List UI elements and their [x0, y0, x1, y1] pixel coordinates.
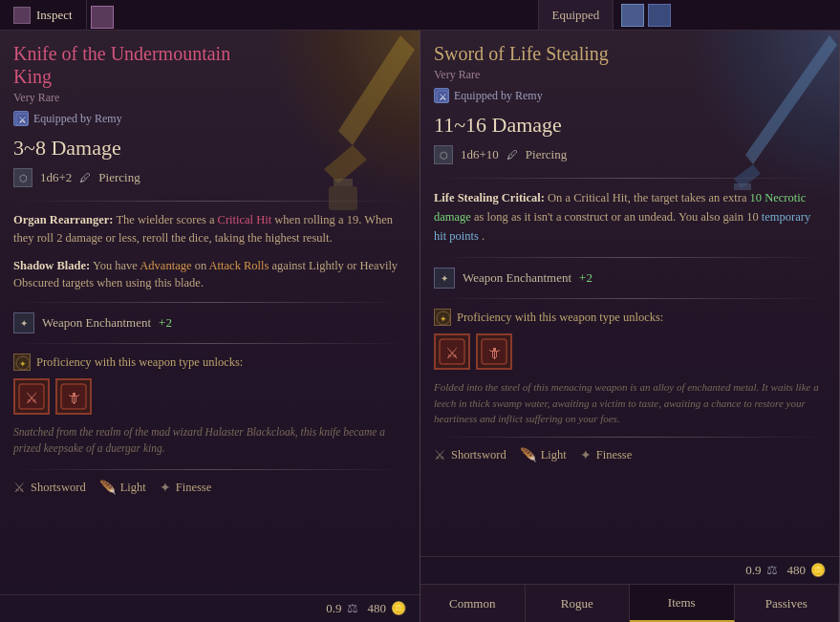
right-item-rarity: Very Rare	[434, 68, 826, 82]
equipped-tab[interactable]: Equipped	[538, 0, 614, 30]
svg-text:⚔: ⚔	[18, 115, 27, 125]
gold-icon-right: 🪙	[810, 563, 826, 578]
left-divider-1	[13, 201, 406, 202]
bottom-nav: Common Rogue Items Passives	[420, 584, 839, 622]
left-enchant-line: ✦ Weapon Enchantment +2	[13, 312, 406, 333]
right-weight: 0.9 ⚖	[745, 563, 777, 578]
left-tag-shortsword: ⚔ Shortsword	[13, 480, 86, 496]
svg-text:⚔: ⚔	[25, 390, 38, 406]
right-item-name: Sword of Life Stealing	[434, 42, 701, 65]
right-gold-value: 480	[787, 563, 807, 578]
nav-passives-btn[interactable]: Passives	[735, 585, 840, 622]
left-weight-value: 0.9	[326, 601, 341, 616]
right-tag-light: 🪶 Light	[520, 447, 567, 463]
right-damage: 11~16 Damage	[434, 113, 826, 138]
left-gold-value: 480	[368, 601, 387, 616]
right-prof-icon: ✦	[434, 309, 451, 326]
left-ability-2: Shadow Blade: You have Advantage on Atta…	[13, 257, 406, 293]
finesse-icon-left: ✦	[160, 480, 171, 496]
left-ability-2-text2: on	[195, 259, 209, 272]
right-enchant-value: +2	[579, 270, 592, 286]
right-pierce-icon: 🖊	[506, 148, 518, 162]
left-proficiency-text: Proficiency with this weapon type unlock…	[36, 355, 243, 370]
left-ability-2-text1: You have	[93, 259, 140, 272]
left-tag-finesse: ✦ Finesse	[160, 480, 212, 496]
portrait-icon-1[interactable]	[621, 4, 644, 27]
left-item-rarity: Very Rare	[13, 91, 406, 105]
nav-rogue-label: Rogue	[561, 596, 593, 611]
left-dice-icon: ⬡	[13, 168, 32, 187]
right-prof-img-1: ⚔	[434, 333, 470, 370]
left-ability-1-name: Organ Rearranger:	[13, 213, 113, 226]
left-proficiency-label: ✦ Proficiency with this weapon type unlo…	[13, 354, 406, 371]
left-equipped-by: ⚔ Equipped by Remy	[13, 111, 406, 126]
left-ability-2-name: Shadow Blade:	[13, 259, 90, 272]
char-icon[interactable]	[91, 6, 114, 29]
nav-passives-label: Passives	[765, 596, 808, 611]
gold-icon-left: 🪙	[391, 601, 406, 616]
left-ability-1-highlight1: Critical Hit	[218, 213, 272, 226]
portrait-icon-2[interactable]	[648, 4, 671, 27]
right-divider-4	[434, 437, 826, 438]
left-tag-light: 🪶 Light	[99, 480, 146, 496]
right-tag-shortsword: ⚔ Shortsword	[434, 447, 506, 463]
left-prof-img-1: ⚔	[13, 378, 50, 415]
left-gold: 480 🪙	[368, 601, 407, 616]
left-prof-img-2: 🗡	[55, 378, 92, 415]
left-divider-2	[13, 302, 406, 303]
equip-icon-left: ⚔	[13, 111, 29, 126]
left-dice-line: ⬡ 1d6+2 🖊 Piercing	[13, 168, 406, 187]
right-prof-icons-row: ⚔ 🗡	[434, 333, 826, 370]
left-prof-icon: ✦	[13, 354, 31, 371]
equip-icon-right: ⚔	[434, 88, 449, 103]
left-ability-2-highlight1: Advantage	[140, 259, 191, 272]
shortsword-icon-right: ⚔	[434, 447, 446, 463]
svg-text:🗡: 🗡	[66, 390, 81, 406]
right-gold: 480 🪙	[787, 563, 827, 578]
nav-common-btn[interactable]: Common	[420, 585, 526, 622]
finesse-icon-right: ✦	[580, 447, 592, 463]
right-prof-img-2: 🗡	[476, 333, 512, 370]
left-ability-1: Organ Rearranger: The wielder scores a C…	[13, 211, 406, 247]
left-tag-finesse-label: Finesse	[176, 481, 212, 495]
left-panel: Knife of the Undermountain King Very Rar…	[0, 31, 420, 622]
left-tag-light-label: Light	[120, 481, 146, 495]
right-divider-1	[434, 178, 826, 179]
right-ability-1-name: Life Stealing Critical:	[434, 191, 545, 204]
right-damage-type: Piercing	[526, 147, 567, 162]
left-prof-icons-row: ⚔ 🗡	[13, 378, 406, 415]
left-ability-2-highlight2: Attack Rolls	[209, 259, 269, 272]
main-content: Knife of the Undermountain King Very Rar…	[0, 31, 840, 622]
nav-common-label: Common	[449, 596, 495, 611]
right-weight-value: 0.9	[745, 563, 761, 578]
left-divider-4	[13, 469, 406, 470]
inspect-tab[interactable]: Inspect	[0, 0, 87, 30]
right-ability-1-text3: .	[482, 229, 485, 243]
nav-items-btn[interactable]: Items	[630, 585, 735, 622]
left-panel-footer: 0.9 ⚖ 480 🪙	[0, 594, 420, 622]
right-panel-scroll[interactable]: Sword of Life Stealing Very Rare ⚔ Equip…	[420, 31, 839, 556]
right-ability-1-text2: as long as it isn't a construct or an un…	[474, 210, 762, 224]
left-damage: 3~8 Damage	[13, 136, 406, 161]
left-enchant-label: Weapon Enchantment	[42, 315, 151, 331]
right-tag-shortsword-label: Shortsword	[451, 448, 506, 462]
right-ability-1-text1: On a Critical Hit, the target takes an e…	[548, 191, 750, 204]
left-panel-scroll[interactable]: Knife of the Undermountain King Very Rar…	[0, 31, 420, 594]
nav-items-label: Items	[668, 595, 696, 611]
left-enchant-icon: ✦	[13, 312, 34, 333]
right-enchant-icon: ✦	[434, 268, 455, 289]
inspect-icon	[13, 7, 31, 24]
left-damage-type: Piercing	[98, 170, 140, 185]
left-flavor-text: Snatched from the realm of the mad wizar…	[13, 424, 406, 458]
equipped-tab-label: Equipped	[552, 8, 600, 23]
svg-text:⚔: ⚔	[439, 92, 447, 102]
right-divider-2	[434, 257, 826, 258]
right-proficiency-text: Proficiency with this weapon type unlock…	[457, 311, 663, 325]
right-enchant-line: ✦ Weapon Enchantment +2	[434, 268, 826, 289]
nav-rogue-btn[interactable]: Rogue	[526, 585, 631, 622]
left-weight: 0.9 ⚖	[326, 601, 357, 616]
light-icon-left: 🪶	[99, 480, 116, 496]
left-item-name: Knife of the Undermountain King	[13, 42, 262, 88]
right-enchant-label: Weapon Enchantment	[463, 270, 571, 286]
right-panel: Sword of Life Stealing Very Rare ⚔ Equip…	[420, 31, 840, 622]
